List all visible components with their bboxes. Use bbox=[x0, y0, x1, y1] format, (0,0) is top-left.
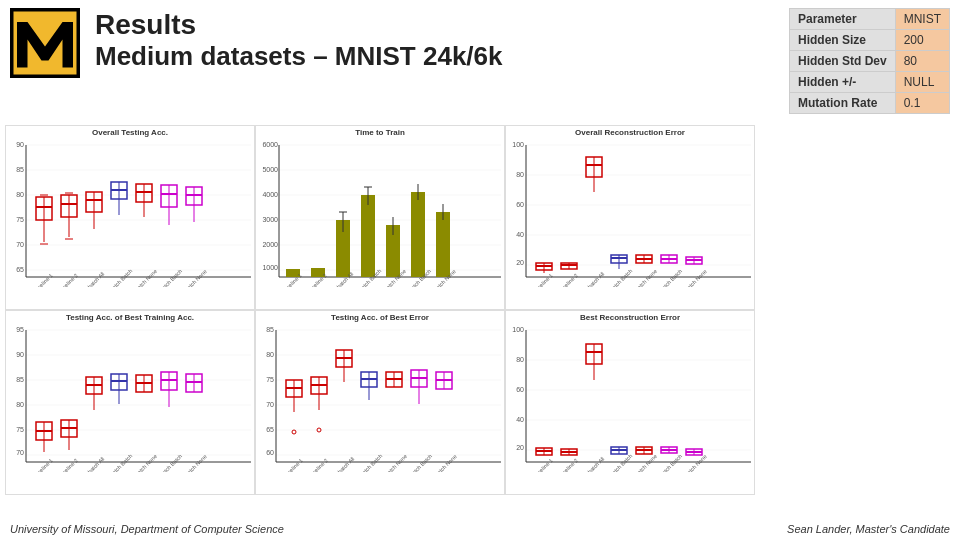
svg-rect-75 bbox=[411, 192, 425, 277]
param-value: NULL bbox=[895, 72, 949, 93]
svg-text:Baseline 2: Baseline 2 bbox=[56, 272, 78, 287]
title-block: Results Medium datasets – MNIST 24k/6k bbox=[90, 0, 502, 72]
svg-text:85: 85 bbox=[266, 326, 274, 333]
svg-text:Minbatch Batch: Minbatch Batch bbox=[152, 268, 183, 287]
svg-rect-76 bbox=[436, 212, 450, 277]
param-value: 0.1 bbox=[895, 93, 949, 114]
svg-text:75: 75 bbox=[266, 376, 274, 383]
svg-text:Baseline 2: Baseline 2 bbox=[556, 272, 578, 287]
svg-rect-73 bbox=[361, 195, 375, 277]
chart-title-4: Testing Acc. of Best Training Acc. bbox=[6, 311, 254, 322]
svg-text:65: 65 bbox=[16, 266, 24, 273]
svg-text:Baseline 1: Baseline 1 bbox=[281, 457, 303, 472]
svg-text:Evobatch All: Evobatch All bbox=[580, 456, 606, 472]
chart-time-to-train: Time to Train 6000 5000 4000 3000 2000 1… bbox=[255, 125, 505, 310]
svg-text:20: 20 bbox=[516, 444, 524, 451]
svg-text:90: 90 bbox=[16, 351, 24, 358]
chart-testing-acc-best-error: Testing Acc. of Best Error 85 80 75 70 6… bbox=[255, 310, 505, 495]
svg-text:100: 100 bbox=[512, 326, 524, 333]
chart-overall-testing-acc: Overall Testing Acc. 90 85 80 75 70 65 bbox=[5, 125, 255, 310]
svg-text:40: 40 bbox=[516, 231, 524, 238]
svg-text:Evobatch All: Evobatch All bbox=[580, 271, 606, 287]
page-title-line2: Medium datasets – MNIST 24k/6k bbox=[95, 41, 502, 72]
svg-text:Baseline 2: Baseline 2 bbox=[56, 457, 78, 472]
footer-right: Sean Lander, Master's Candidate bbox=[787, 523, 950, 535]
svg-text:40: 40 bbox=[516, 416, 524, 423]
chart-overall-recon-error: Overall Reconstruction Error 100 80 60 4… bbox=[505, 125, 755, 310]
svg-text:Baseline 1: Baseline 1 bbox=[31, 457, 53, 472]
svg-text:Minbatch Batch: Minbatch Batch bbox=[652, 268, 683, 287]
svg-text:Baseline 2: Baseline 2 bbox=[556, 457, 578, 472]
svg-text:Baseline 1: Baseline 1 bbox=[531, 272, 553, 287]
footer-left: University of Missouri, Department of Co… bbox=[10, 523, 284, 535]
svg-text:75: 75 bbox=[16, 216, 24, 223]
svg-text:60: 60 bbox=[266, 449, 274, 456]
svg-text:100: 100 bbox=[512, 141, 524, 148]
svg-text:6000: 6000 bbox=[262, 141, 278, 148]
svg-text:3000: 3000 bbox=[262, 216, 278, 223]
svg-text:75: 75 bbox=[16, 426, 24, 433]
chart-title-1: Overall Testing Acc. bbox=[6, 126, 254, 137]
svg-text:1000: 1000 bbox=[262, 264, 278, 271]
chart-title-3: Overall Reconstruction Error bbox=[506, 126, 754, 137]
page-title-line1: Results bbox=[95, 10, 502, 41]
svg-text:20: 20 bbox=[516, 259, 524, 266]
svg-text:80: 80 bbox=[266, 351, 274, 358]
val-header: MNIST bbox=[895, 9, 949, 30]
svg-text:70: 70 bbox=[266, 401, 274, 408]
svg-text:80: 80 bbox=[16, 401, 24, 408]
svg-text:Minbatch Batch: Minbatch Batch bbox=[152, 453, 183, 472]
param-label: Hidden Size bbox=[789, 30, 895, 51]
param-label: Mutation Rate bbox=[789, 93, 895, 114]
svg-text:Minbatch Batch: Minbatch Batch bbox=[652, 453, 683, 472]
chart-best-recon-error: Best Reconstruction Error 100 80 60 40 2… bbox=[505, 310, 755, 495]
svg-text:60: 60 bbox=[516, 201, 524, 208]
svg-text:5000: 5000 bbox=[262, 166, 278, 173]
parameter-table: Parameter MNIST Hidden Size200Hidden Std… bbox=[789, 8, 950, 114]
svg-text:90: 90 bbox=[16, 141, 24, 148]
svg-text:70: 70 bbox=[16, 449, 24, 456]
chart-testing-acc-best-train: Testing Acc. of Best Training Acc. 95 90… bbox=[5, 310, 255, 495]
svg-text:95: 95 bbox=[16, 326, 24, 333]
svg-text:4000: 4000 bbox=[262, 191, 278, 198]
svg-text:Baseline 2: Baseline 2 bbox=[306, 457, 328, 472]
svg-text:Minbatch Batch: Minbatch Batch bbox=[402, 453, 433, 472]
svg-text:Baseline 1: Baseline 1 bbox=[31, 272, 53, 287]
svg-text:2000: 2000 bbox=[262, 241, 278, 248]
svg-text:70: 70 bbox=[16, 241, 24, 248]
param-value: 200 bbox=[895, 30, 949, 51]
charts-area: Overall Testing Acc. 90 85 80 75 70 65 bbox=[5, 125, 755, 495]
footer: University of Missouri, Department of Co… bbox=[10, 523, 950, 535]
svg-text:80: 80 bbox=[16, 191, 24, 198]
svg-text:60: 60 bbox=[516, 386, 524, 393]
param-header: Parameter bbox=[789, 9, 895, 30]
university-logo bbox=[10, 8, 80, 78]
param-label: Hidden +/- bbox=[789, 72, 895, 93]
chart-title-5: Testing Acc. of Best Error bbox=[256, 311, 504, 322]
svg-text:85: 85 bbox=[16, 166, 24, 173]
svg-point-195 bbox=[292, 430, 296, 434]
chart-title-6: Best Reconstruction Error bbox=[506, 311, 754, 322]
svg-text:Baseline 1: Baseline 1 bbox=[531, 457, 553, 472]
param-label: Hidden Std Dev bbox=[789, 51, 895, 72]
svg-text:80: 80 bbox=[516, 356, 524, 363]
svg-text:Evobatch All: Evobatch All bbox=[80, 271, 106, 287]
param-value: 80 bbox=[895, 51, 949, 72]
chart-row-1: Overall Testing Acc. 90 85 80 75 70 65 bbox=[5, 125, 755, 310]
chart-title-2: Time to Train bbox=[256, 126, 504, 137]
svg-text:Evobatch All: Evobatch All bbox=[80, 456, 106, 472]
chart-row-2: Testing Acc. of Best Training Acc. 95 90… bbox=[5, 310, 755, 495]
svg-text:Evobatch All: Evobatch All bbox=[330, 456, 356, 472]
svg-text:65: 65 bbox=[266, 426, 274, 433]
svg-text:80: 80 bbox=[516, 171, 524, 178]
svg-text:85: 85 bbox=[16, 376, 24, 383]
